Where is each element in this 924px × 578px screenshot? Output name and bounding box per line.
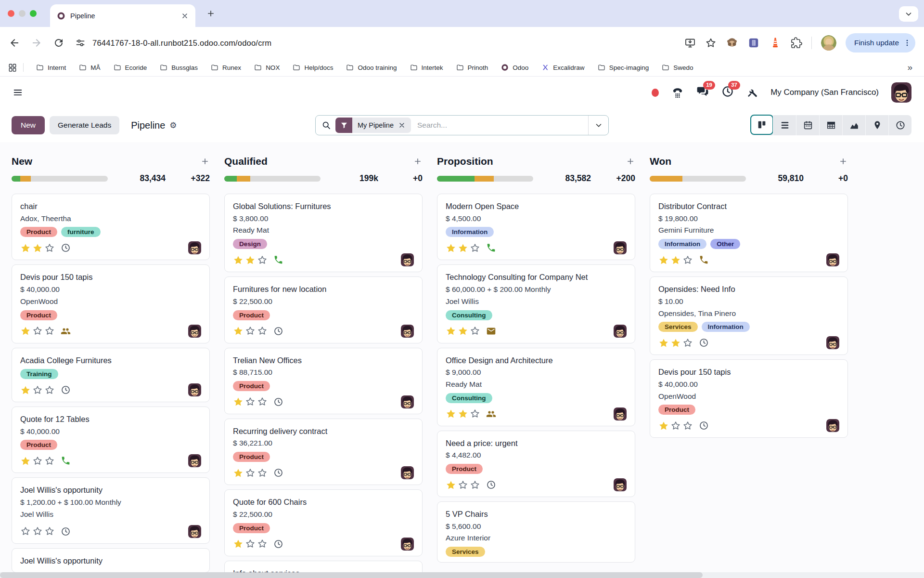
star-empty-icon[interactable]	[245, 396, 256, 407]
activities-menu[interactable]: 37	[721, 85, 734, 100]
new-button[interactable]: New	[12, 116, 45, 134]
bookmark-item[interactable]: Bussglas	[160, 64, 198, 71]
reload-icon[interactable]	[53, 37, 64, 49]
card-avatar[interactable]	[614, 325, 627, 338]
kanban-card[interactable]: chair Adox, Theertha Productfurniture	[12, 194, 210, 260]
star-filled-icon[interactable]	[446, 243, 456, 253]
add-card-icon[interactable]	[413, 157, 423, 166]
star-filled-icon[interactable]	[233, 396, 244, 407]
card-avatar[interactable]	[401, 395, 414, 408]
priority-stars[interactable]	[20, 243, 55, 253]
bookmark-star-icon[interactable]	[705, 37, 717, 49]
star-empty-icon[interactable]	[257, 468, 268, 478]
star-filled-icon[interactable]	[458, 326, 468, 336]
priority-stars[interactable]	[233, 468, 268, 478]
kanban-card[interactable]: Modern Open Space $ 4,500.00 Information	[437, 194, 635, 260]
hamburger-menu-icon[interactable]	[13, 87, 23, 98]
view-list[interactable]	[773, 115, 796, 135]
clock-activity-icon[interactable]	[273, 397, 283, 407]
apps-grid-icon[interactable]	[8, 63, 17, 72]
kanban-card[interactable]: Quote for 12 Tables $ 40,000.00 Product	[12, 407, 210, 473]
star-empty-icon[interactable]	[470, 480, 480, 490]
clock-activity-icon[interactable]	[486, 480, 496, 490]
kanban-card[interactable]: Opensides: Need Info $ 10.00 Opensides, …	[650, 276, 848, 355]
phone-green-activity-icon[interactable]	[486, 243, 496, 253]
star-empty-icon[interactable]	[470, 408, 480, 419]
kanban-card[interactable]: Need a price: urgent $ 4,482.00 Product	[437, 431, 635, 497]
search-input[interactable]: Search...	[417, 121, 588, 130]
priority-stars[interactable]	[20, 456, 55, 466]
star-filled-icon[interactable]	[20, 326, 31, 336]
mail-activity-icon[interactable]	[486, 326, 496, 336]
star-empty-icon[interactable]	[257, 326, 268, 336]
star-filled-icon[interactable]	[446, 326, 456, 336]
close-window-button[interactable]	[8, 10, 14, 17]
star-filled-icon[interactable]	[245, 255, 256, 265]
view-calendar[interactable]	[796, 115, 819, 135]
company-name[interactable]: My Company (San Francisco)	[770, 88, 879, 97]
debug-tools-icon[interactable]	[746, 87, 758, 98]
star-filled-icon[interactable]	[233, 326, 244, 336]
bookmark-item[interactable]: Runex	[211, 64, 241, 71]
clock-activity-icon[interactable]	[273, 539, 283, 549]
card-avatar[interactable]	[401, 466, 414, 479]
clock-activity-icon[interactable]	[61, 243, 71, 253]
kanban-card[interactable]: Devis pour 150 tapis $ 40,000.00 OpenWoo…	[12, 264, 210, 343]
star-empty-icon[interactable]	[44, 385, 55, 395]
bookmark-item[interactable]: Odoo	[501, 64, 528, 71]
card-avatar[interactable]	[401, 538, 414, 551]
star-empty-icon[interactable]	[458, 480, 468, 490]
bookmark-item[interactable]: Odoo training	[346, 64, 397, 71]
priority-stars[interactable]	[233, 255, 268, 265]
star-empty-icon[interactable]	[32, 326, 43, 336]
new-tab-button[interactable]	[206, 9, 216, 18]
priority-stars[interactable]	[233, 396, 268, 407]
star-empty-icon[interactable]	[20, 526, 31, 537]
site-settings-icon[interactable]	[75, 38, 86, 48]
star-empty-icon[interactable]	[257, 396, 268, 407]
kanban-card[interactable]: Devis pour 150 tapis $ 40,000.00 OpenWoo…	[650, 359, 848, 438]
bookmark-item[interactable]: NOX	[254, 64, 280, 71]
card-avatar[interactable]	[614, 407, 627, 420]
star-empty-icon[interactable]	[32, 526, 43, 537]
add-card-icon[interactable]	[200, 157, 210, 166]
softphone-icon[interactable]	[671, 86, 684, 99]
browser-profile-avatar[interactable]	[821, 35, 836, 51]
kanban-card[interactable]: Global Solutions: Furnitures $ 3,800.00 …	[224, 194, 423, 272]
extension-monkey-icon[interactable]	[726, 37, 738, 49]
extension-lighthouse-icon[interactable]	[769, 37, 782, 49]
tab-search-button[interactable]	[899, 6, 918, 22]
search-bar[interactable]: My Pipeline Search...	[315, 115, 609, 135]
star-empty-icon[interactable]	[257, 255, 268, 265]
star-empty-icon[interactable]	[257, 539, 268, 549]
clock-activity-icon[interactable]	[273, 468, 283, 478]
bookmark-item[interactable]: MÅ	[79, 64, 100, 71]
priority-stars[interactable]	[233, 539, 268, 549]
star-filled-icon[interactable]	[20, 456, 31, 466]
card-avatar[interactable]	[188, 525, 201, 538]
extension-purple-icon[interactable]	[747, 37, 760, 49]
people-activity-icon[interactable]	[61, 326, 71, 336]
star-filled-icon[interactable]	[446, 408, 456, 419]
kanban-card[interactable]: Joel Willis's opportunity	[12, 548, 210, 573]
column-progressbar[interactable]	[437, 176, 533, 182]
phone-green-activity-icon[interactable]	[61, 456, 71, 466]
card-avatar[interactable]	[188, 383, 201, 396]
star-empty-icon[interactable]	[245, 539, 256, 549]
card-avatar[interactable]	[826, 253, 839, 266]
card-avatar[interactable]	[188, 325, 201, 338]
bookmark-item[interactable]: Ecoride	[114, 64, 147, 71]
star-filled-icon[interactable]	[233, 539, 244, 549]
priority-stars[interactable]	[233, 326, 268, 336]
bookmarks-overflow-chevron[interactable]: »	[907, 62, 916, 73]
bookmark-item[interactable]: Prinoth	[456, 64, 488, 71]
gear-icon[interactable]: ⚙	[169, 120, 177, 131]
card-avatar[interactable]	[401, 253, 414, 266]
phone-green-activity-icon[interactable]	[273, 255, 283, 265]
priority-stars[interactable]	[658, 420, 693, 431]
star-empty-icon[interactable]	[245, 326, 256, 336]
search-dropdown-toggle[interactable]	[588, 116, 608, 135]
star-filled-icon[interactable]	[658, 255, 669, 265]
horizontal-scrollbar[interactable]	[0, 572, 924, 578]
card-avatar[interactable]	[614, 241, 627, 254]
